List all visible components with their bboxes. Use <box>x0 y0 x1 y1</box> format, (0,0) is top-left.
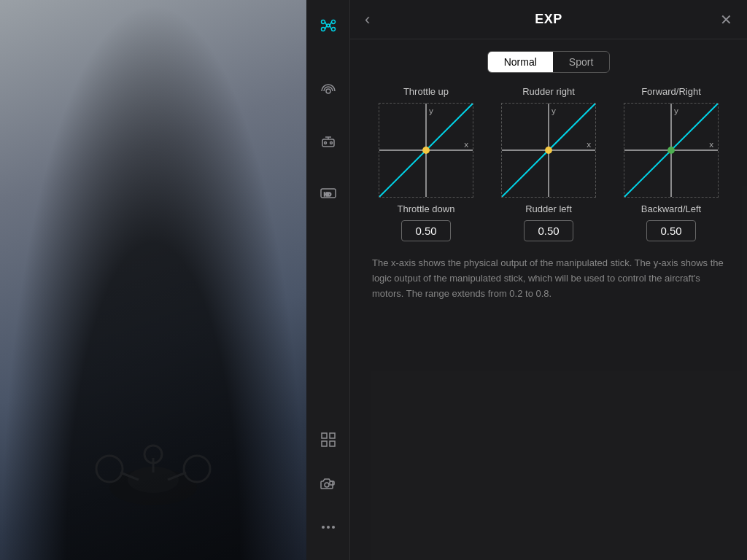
svg-rect-26 <box>330 433 335 438</box>
chart-item-1: Rudder rightyxRudder left0.50 <box>495 86 603 241</box>
grid-nav-icon[interactable] <box>310 421 347 458</box>
chart-label-0: Throttle up <box>403 86 449 97</box>
panel-title: EXP <box>535 12 562 27</box>
description-text: The x-axis shows the physical output of … <box>350 241 747 316</box>
svg-point-32 <box>327 526 330 529</box>
svg-rect-28 <box>330 441 335 446</box>
svg-text:x: x <box>709 139 713 149</box>
mode-toggle: Normal Sport <box>487 51 611 73</box>
hd-nav-icon[interactable]: HD <box>310 175 347 211</box>
chart-value-1[interactable]: 0.50 <box>524 220 573 241</box>
chart-value-2[interactable]: 0.50 <box>646 220 695 241</box>
svg-point-17 <box>326 89 330 93</box>
drone-nav-icon[interactable] <box>310 7 347 44</box>
svg-point-3 <box>184 456 210 482</box>
chart-label-2: Forward/Right <box>641 86 701 97</box>
svg-point-16 <box>327 24 330 27</box>
svg-rect-27 <box>322 441 327 446</box>
controller-nav-icon[interactable] <box>310 124 347 160</box>
chart-item-0: Throttle upyxThrottle down0.50 <box>372 86 480 241</box>
sidebar: HD <box>306 0 350 560</box>
chart-sublabel-0: Throttle down <box>398 203 455 214</box>
svg-text:HD: HD <box>324 192 331 197</box>
svg-text:x: x <box>587 139 591 149</box>
camera-nav-icon[interactable] <box>310 465 347 502</box>
chart-box-1: yx <box>501 103 596 198</box>
signal-nav-icon[interactable] <box>310 73 347 109</box>
svg-text:y: y <box>551 106 556 116</box>
svg-point-10 <box>321 28 325 31</box>
svg-point-49 <box>667 147 675 154</box>
svg-rect-30 <box>330 481 334 485</box>
svg-point-20 <box>330 142 332 144</box>
back-button[interactable]: ‹ <box>365 12 370 28</box>
svg-point-33 <box>332 526 335 529</box>
chart-value-0[interactable]: 0.50 <box>401 220 450 241</box>
svg-point-19 <box>324 142 326 144</box>
sport-mode-button[interactable]: Sport <box>553 52 609 72</box>
svg-point-37 <box>422 147 430 154</box>
camera-view <box>0 0 306 560</box>
svg-rect-25 <box>322 433 327 438</box>
chart-box-0: yx <box>379 103 473 198</box>
svg-text:x: x <box>464 139 468 149</box>
svg-point-11 <box>331 28 335 31</box>
svg-text:y: y <box>674 106 678 116</box>
exp-panel: ‹ EXP ✕ Normal Sport Throttle upyxThrott… <box>350 0 747 560</box>
svg-point-9 <box>331 20 335 24</box>
normal-mode-button[interactable]: Normal <box>488 52 553 72</box>
chart-sublabel-1: Rudder left <box>525 203 572 214</box>
chart-item-2: Forward/RightyxBackward/Left0.50 <box>617 86 725 241</box>
drone-silhouette <box>80 429 226 516</box>
charts-area: Throttle upyxThrottle down0.50Rudder rig… <box>350 79 747 241</box>
svg-point-2 <box>96 456 123 482</box>
chart-sublabel-2: Backward/Left <box>641 203 701 214</box>
panel-header: ‹ EXP ✕ <box>350 0 747 39</box>
more-nav-icon[interactable] <box>310 509 347 545</box>
chart-label-1: Rudder right <box>522 86 575 97</box>
close-button[interactable]: ✕ <box>720 12 732 27</box>
svg-point-31 <box>322 526 325 529</box>
mode-selector: Normal Sport <box>350 39 747 79</box>
svg-point-29 <box>325 483 329 487</box>
chart-box-2: yx <box>624 103 719 198</box>
svg-text:y: y <box>429 106 433 116</box>
svg-point-43 <box>545 147 552 154</box>
svg-point-8 <box>321 20 325 24</box>
